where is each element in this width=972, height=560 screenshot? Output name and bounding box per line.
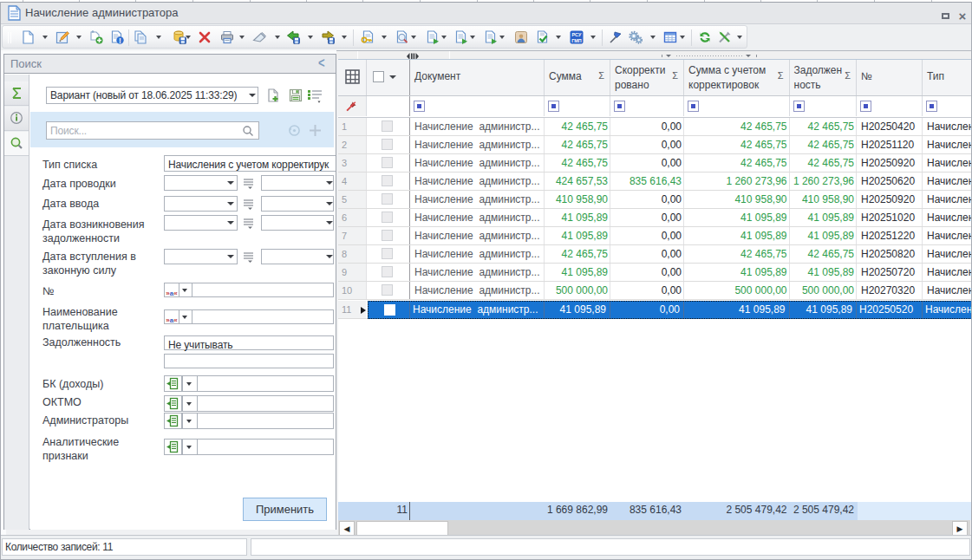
svg-text:!: ! [119, 36, 121, 44]
svg-text:ГМП: ГМП [571, 38, 582, 43]
svg-text:РСУ: РСУ [572, 32, 582, 37]
